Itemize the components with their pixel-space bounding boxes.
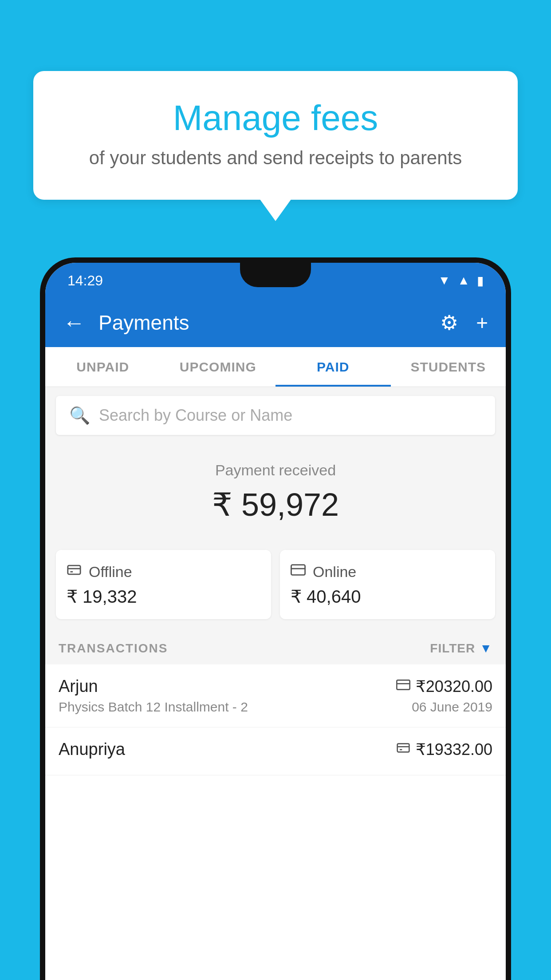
payment-section: Payment received ₹ 59,972 [45, 444, 506, 550]
transaction-bottom: Physics Batch 12 Installment - 2 06 June… [59, 699, 492, 715]
svg-rect-3 [291, 565, 305, 575]
status-time: 14:29 [67, 273, 103, 289]
offline-amount: ₹ 19,332 [67, 586, 260, 607]
phone-inner: 14:29 ▼ ▲ ▮ ← Payments ⚙ + UNPAID UPCOMI… [45, 263, 506, 980]
payment-amount: ₹ 59,972 [54, 486, 497, 523]
online-icon [291, 562, 306, 581]
offline-card-header: Offline [67, 562, 260, 581]
transaction-name-2: Anupriya [59, 740, 125, 759]
tab-students[interactable]: STUDENTS [391, 347, 506, 387]
transactions-header: TRANSACTIONS FILTER ▼ [45, 632, 506, 664]
tooltip-card: Manage fees of your students and send re… [33, 71, 518, 200]
wifi-icon: ▼ [438, 273, 451, 288]
online-label: Online [313, 563, 356, 581]
transaction-name: Arjun [59, 677, 98, 696]
app-header: ← Payments ⚙ + [45, 298, 506, 347]
svg-rect-0 [68, 565, 80, 574]
tab-unpaid[interactable]: UNPAID [45, 347, 161, 387]
svg-rect-7 [398, 744, 409, 752]
online-payment-icon [396, 678, 410, 695]
transaction-top-2: Anupriya ₹19332.00 [59, 740, 492, 759]
online-card: Online ₹ 40,640 [280, 550, 495, 619]
offline-payment-icon [396, 741, 410, 758]
offline-label: Offline [89, 563, 132, 581]
tab-paid[interactable]: PAID [276, 347, 391, 387]
back-button[interactable]: ← [63, 310, 85, 336]
tabs-bar: UNPAID UPCOMING PAID STUDENTS [45, 347, 506, 387]
status-icons: ▼ ▲ ▮ [438, 273, 484, 288]
transaction-amount-2: ₹19332.00 [416, 740, 492, 759]
transaction-date: 06 June 2019 [412, 699, 492, 715]
payment-label: Payment received [54, 462, 497, 479]
online-card-header: Online [291, 562, 484, 581]
filter-icon: ▼ [480, 641, 492, 656]
offline-card: Offline ₹ 19,332 [56, 550, 271, 619]
tab-upcoming[interactable]: UPCOMING [161, 347, 276, 387]
settings-button[interactable]: ⚙ [440, 311, 458, 335]
online-amount: ₹ 40,640 [291, 586, 484, 607]
offline-icon [67, 562, 82, 581]
content-area: 🔍 Search by Course or Name Payment recei… [45, 387, 506, 775]
notch [240, 263, 311, 287]
battery-icon: ▮ [477, 273, 484, 288]
filter-button[interactable]: FILTER ▼ [430, 641, 492, 656]
search-placeholder: Search by Course or Name [99, 406, 292, 425]
header-title: Payments [98, 311, 427, 335]
transaction-amount: ₹20320.00 [416, 677, 492, 696]
transaction-desc: Physics Batch 12 Installment - 2 [59, 699, 248, 715]
filter-label: FILTER [430, 641, 475, 656]
status-bar: 14:29 ▼ ▲ ▮ [45, 263, 506, 298]
svg-rect-5 [397, 680, 409, 689]
header-actions: ⚙ + [440, 311, 488, 335]
tooltip-subtitle: of your students and send receipts to pa… [55, 147, 496, 169]
search-bar[interactable]: 🔍 Search by Course or Name [56, 396, 495, 435]
transactions-label: TRANSACTIONS [59, 641, 168, 656]
transaction-top: Arjun ₹20320.00 [59, 677, 492, 696]
transaction-amount-wrap: ₹20320.00 [396, 677, 492, 696]
transaction-amount-wrap-2: ₹19332.00 [396, 740, 492, 759]
add-button[interactable]: + [476, 311, 488, 335]
search-icon: 🔍 [69, 406, 90, 425]
phone-frame: 14:29 ▼ ▲ ▮ ← Payments ⚙ + UNPAID UPCOMI… [40, 257, 511, 980]
tooltip-title: Manage fees [55, 98, 496, 138]
transaction-row[interactable]: Anupriya ₹19332.00 [45, 727, 506, 775]
transaction-row[interactable]: Arjun ₹20320.00 Physics Batch 12 Install… [45, 664, 506, 727]
signal-icon: ▲ [457, 273, 470, 288]
payment-cards: Offline ₹ 19,332 Online ₹ 4 [45, 550, 506, 632]
